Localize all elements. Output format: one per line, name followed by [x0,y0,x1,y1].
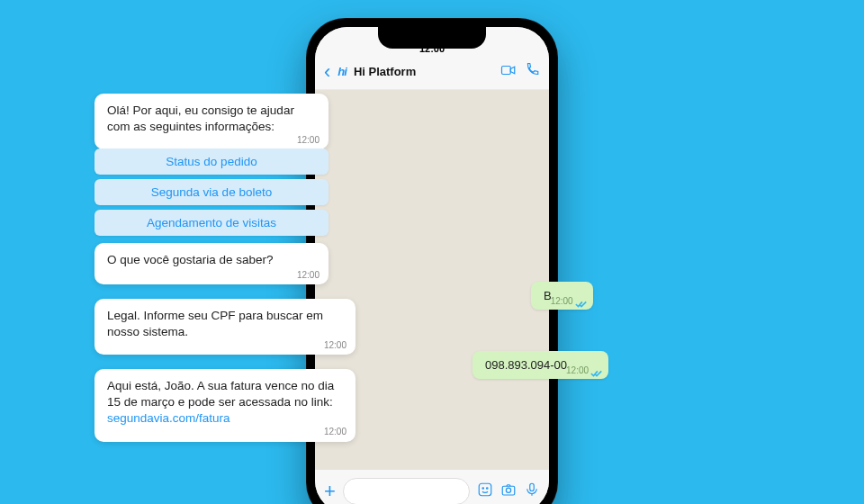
svg-rect-1 [479,483,491,496]
svg-rect-0 [502,66,511,74]
attach-icon[interactable]: + [324,480,336,503]
voice-call-icon[interactable] [524,62,540,82]
chat-header: ‹ hi Hi Platform [315,54,549,90]
bot-msg-answer: Aqui está, João. A sua fatura vence no d… [94,369,356,442]
user-msg: 098.893.094-00 12:00 [472,351,608,379]
bot-msg-text: O que você gostaria de saber? [107,253,274,266]
video-call-icon[interactable] [500,62,517,82]
bot-msg-text: Olá! Por aqui, eu consigo te ajudar com … [107,104,294,133]
quick-reply-option[interactable]: Status do pedido [94,148,328,175]
brand-logo: hi [338,65,346,78]
msg-timestamp: 12:00 [324,339,346,352]
msg-timestamp: 12:00 [324,426,346,438]
msg-timestamp: 12:00 [566,365,589,375]
quick-reply-option[interactable]: Agendamento de visitas [94,210,328,236]
mic-icon[interactable] [524,482,540,501]
bot-msg-intro: Olá! Por aqui, eu consigo te ajudar com … [94,94,328,149]
chat-footer: + [315,470,549,504]
option-label: Status do pedido [166,155,256,168]
message-input[interactable] [343,478,470,504]
chat-title: Hi Platform [354,65,493,78]
svg-point-5 [506,488,510,492]
back-icon[interactable]: ‹ [324,60,330,84]
msg-timestamp: 12:00 [551,296,573,306]
option-label: Agendamento de visitas [147,216,276,230]
bot-msg-prompt: O que você gostaria de saber? 12:00 [94,243,328,284]
invoice-link[interactable]: segundavia.com/fatura [107,411,230,425]
bot-msg-followup: Legal. Informe seu CPF para buscar em no… [94,299,356,355]
bot-msg-text: Aqui está, João. A sua fatura vence no d… [107,379,334,409]
read-ticks-icon [590,367,603,376]
msg-timestamp: 12:00 [297,134,320,147]
msg-timestamp: 12:00 [297,269,320,282]
phone-notch [378,27,486,49]
sticker-icon[interactable] [477,482,493,501]
camera-icon[interactable] [500,482,517,501]
user-msg: B 12:00 [531,282,593,310]
quick-reply-option[interactable]: Segunda via de boleto [94,179,328,205]
svg-point-2 [482,488,484,490]
read-ticks-icon [575,298,588,307]
user-msg-text: 098.893.094-00 [485,358,567,372]
bot-msg-text: Legal. Informe seu CPF para buscar em no… [107,309,323,338]
option-label: Segunda via de boleto [151,185,272,199]
svg-point-3 [487,488,489,490]
svg-rect-6 [530,483,535,490]
